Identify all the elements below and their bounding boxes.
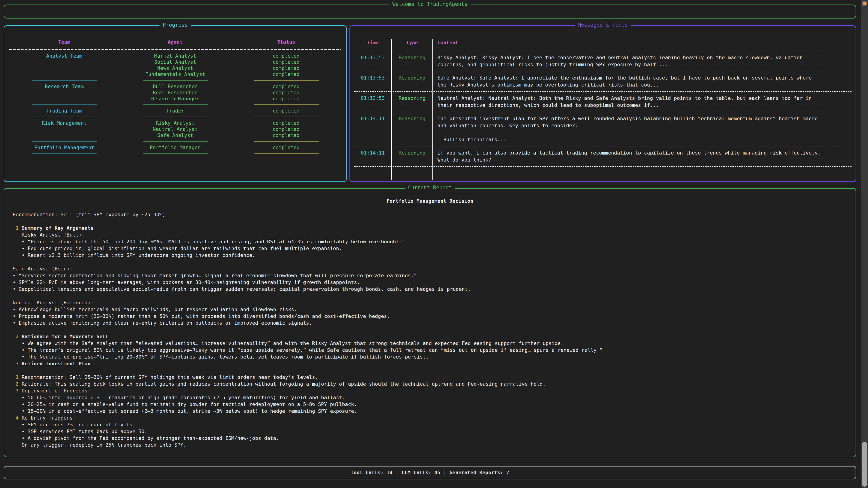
report-line: • Emphasize active monitoring and clear … bbox=[13, 320, 847, 326]
team-label bbox=[9, 126, 120, 132]
report-line: • SPY’s 22× P/E is above long-term avera… bbox=[13, 279, 847, 286]
status-label: completed bbox=[230, 126, 342, 132]
agent-label: Bull Researcher bbox=[120, 84, 231, 90]
progress-row: Social Analystcompleted bbox=[9, 59, 342, 65]
report-line: 3 Refined Investment Plan bbox=[13, 360, 847, 367]
team-label: Research Team bbox=[9, 84, 120, 90]
message-type: Reasoning bbox=[392, 92, 433, 111]
group-separator bbox=[9, 114, 342, 120]
message-content: The presented investment plan for SPY of… bbox=[433, 112, 851, 146]
progress-row: Trading TeamTradercompleted bbox=[9, 108, 342, 114]
progress-row: Research TeamBull Researchercompleted bbox=[9, 84, 342, 90]
message-time: 01:14:11 bbox=[354, 147, 392, 166]
agent-label: Trader bbox=[120, 108, 231, 114]
report-line: • 15–20% in a cost-effective put spread … bbox=[13, 408, 847, 415]
progress-row: Neutral Analystcompleted bbox=[9, 126, 342, 132]
report-line: • The Neutral compromise—“trimming 20–30… bbox=[13, 354, 847, 360]
group-separator bbox=[9, 77, 342, 84]
report-line: • The trader’s original 50% cut is likel… bbox=[13, 347, 847, 354]
status-label: completed bbox=[230, 132, 342, 138]
column-header-content: Content bbox=[433, 39, 851, 51]
status-label: completed bbox=[230, 90, 342, 96]
status-label: completed bbox=[230, 120, 342, 126]
list-number: 4 bbox=[16, 415, 19, 421]
message-row: 01:13:53ReasoningSafe Analyst: Safe Anal… bbox=[354, 71, 851, 92]
footer-stats: Tool Calls: 14 | LLM Calls: 45 | Generat… bbox=[4, 466, 856, 479]
progress-row: Research Managercompleted bbox=[9, 96, 342, 102]
report-line: • S&P services PMI turns back up above 5… bbox=[13, 428, 847, 435]
report-line bbox=[13, 367, 847, 374]
messages-panel-title: Messages & Tools bbox=[575, 22, 631, 28]
progress-table: Team Agent Status Analyst TeamMarket Ana… bbox=[9, 39, 342, 157]
team-label bbox=[9, 132, 120, 138]
column-header-agent: Agent bbox=[120, 39, 231, 45]
report-line: Safe Analyst (Bear): bbox=[13, 265, 847, 272]
message-time: 01:13:53 bbox=[354, 92, 392, 111]
agent-label: Bear Researcher bbox=[120, 90, 231, 96]
report-body: Portfolio Management Decision Recommenda… bbox=[4, 198, 856, 449]
team-label bbox=[9, 59, 120, 65]
status-label: completed bbox=[230, 108, 342, 114]
list-number: 2 bbox=[16, 381, 19, 387]
report-line: On any trigger, redeploy in 25% tranches… bbox=[13, 442, 847, 449]
progress-table-body: Analyst TeamMarket AnalystcompletedSocia… bbox=[9, 53, 342, 157]
list-number: 1 bbox=[16, 225, 19, 231]
message-type: Reasoning bbox=[392, 71, 433, 91]
messages-table-filler bbox=[354, 167, 851, 180]
report-line: • SPY declines 7% from current levels. bbox=[13, 421, 847, 428]
message-time: 01:13:53 bbox=[354, 71, 392, 91]
message-row: 01:14:11ReasoningThe presented investmen… bbox=[354, 112, 851, 147]
progress-row: Analyst TeamMarket Analystcompleted bbox=[9, 53, 342, 59]
report-heading: Portfolio Management Decision bbox=[13, 198, 847, 204]
report-line: 3 Deployment of Proceeds: bbox=[13, 387, 847, 394]
agent-label: Market Analyst bbox=[120, 53, 231, 59]
progress-table-header: Team Agent Status bbox=[9, 39, 342, 45]
list-number: 3 bbox=[16, 361, 19, 366]
report-line: • Propose a moderate trim (20–30%) rathe… bbox=[13, 313, 847, 320]
list-number: 2 bbox=[16, 334, 19, 339]
report-line bbox=[13, 326, 847, 333]
scrollbar-thumb[interactable] bbox=[862, 442, 867, 487]
progress-row: Portfolio ManagementPortfolio Managercom… bbox=[9, 144, 342, 151]
list-number: 3 bbox=[16, 388, 19, 394]
report-line: Recommendation: Sell (trim SPY exposure … bbox=[13, 211, 847, 218]
report-line: 1 Recommendation: Sell 25–30% of current… bbox=[13, 374, 847, 381]
message-content: Risky Analyst: Risky Analyst: I see the … bbox=[433, 51, 851, 71]
report-panel: Current Report Portfolio Management Deci… bbox=[4, 188, 856, 457]
group-separator bbox=[9, 102, 342, 108]
status-label: completed bbox=[230, 144, 342, 151]
status-label: completed bbox=[230, 59, 342, 65]
report-line: • Fed cuts priced in, global disinflatio… bbox=[13, 245, 847, 252]
report-line: • “Services sector contraction and slowi… bbox=[13, 272, 847, 279]
scrollbar-track[interactable] bbox=[861, 0, 868, 488]
team-label bbox=[9, 90, 120, 96]
orange-dot-icon bbox=[863, 2, 867, 5]
message-content: Safe Analyst: Safe Analyst: I appreciate… bbox=[433, 71, 851, 91]
team-label: Analyst Team bbox=[9, 53, 120, 59]
scroll-indicator-button[interactable] bbox=[862, 1, 867, 6]
tradingagents-terminal: Welcome to TradingAgents Progress Team A… bbox=[0, 0, 868, 488]
report-line bbox=[13, 293, 847, 299]
agent-label: Portfolio Manager bbox=[120, 144, 231, 151]
team-label bbox=[9, 71, 120, 77]
column-header-type: Type bbox=[392, 39, 433, 51]
report-line: 1 Summary of Key Arguments bbox=[13, 225, 847, 232]
message-content: If you want, I can also provide a tactic… bbox=[433, 147, 851, 166]
team-label: Trading Team bbox=[9, 108, 120, 114]
progress-panel: Progress Team Agent Status Analyst TeamM… bbox=[4, 25, 347, 182]
column-header-team: Team bbox=[9, 39, 120, 45]
message-time: 01:14:11 bbox=[354, 112, 392, 146]
footer-bar: Tool Calls: 14 | LLM Calls: 45 | Generat… bbox=[4, 466, 856, 480]
messages-panel: Messages & Tools Time Type Content 01:13… bbox=[349, 25, 856, 182]
message-content: Neutral Analyst: Neutral Analyst: Both t… bbox=[433, 92, 851, 111]
message-type: Reasoning bbox=[392, 51, 433, 71]
progress-row: Bear Researchercompleted bbox=[9, 90, 342, 96]
team-label: Portfolio Management bbox=[9, 144, 120, 151]
report-line: Risky Analyst (Bull): bbox=[13, 232, 847, 238]
report-line: Neutral Analyst (Balanced): bbox=[13, 299, 847, 306]
list-number: 1 bbox=[16, 375, 19, 380]
progress-row: News Analystcompleted bbox=[9, 65, 342, 71]
agent-label: Risky Analyst bbox=[120, 120, 231, 126]
message-row: 01:14:11ReasoningIf you want, I can also… bbox=[354, 147, 851, 167]
column-header-time: Time bbox=[354, 39, 392, 51]
